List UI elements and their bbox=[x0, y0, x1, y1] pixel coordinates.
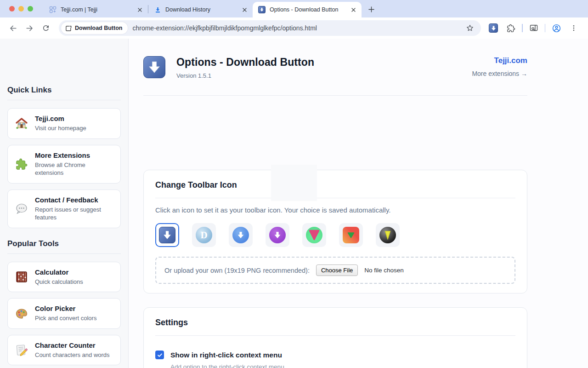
bookmark-star-icon[interactable] bbox=[464, 22, 476, 34]
icon-option-letter-d[interactable]: D bbox=[192, 223, 216, 247]
pinned-download-button-extension[interactable] bbox=[486, 21, 501, 35]
side-panel-search-icon[interactable] bbox=[526, 21, 541, 35]
tab-strip: Tejji.com | Tejji Download History Optio… bbox=[0, 0, 588, 17]
minimize-window-button[interactable] bbox=[18, 6, 24, 12]
options-page: Options - Download Button Version 1.5.1 … bbox=[129, 39, 588, 368]
window-controls bbox=[9, 6, 33, 12]
change-toolbar-icon-card: Change Toolbar Icon Click an icon to set… bbox=[143, 170, 527, 293]
extension-chip-icon bbox=[65, 25, 72, 32]
sidebar-item-title: Character Counter bbox=[35, 341, 110, 349]
ghost-overlay-artifact bbox=[271, 165, 317, 201]
card-title: Settings bbox=[155, 318, 515, 328]
context-menu-checkbox[interactable] bbox=[155, 351, 164, 359]
sidebar-item-character-counter[interactable]: Character Counter Count characters and w… bbox=[7, 335, 121, 366]
new-tab-button[interactable] bbox=[365, 3, 377, 15]
reload-button[interactable] bbox=[39, 21, 53, 35]
sidebar-item-subtitle: Quick calculations bbox=[35, 278, 83, 286]
icon-option-blue-arrow[interactable] bbox=[229, 223, 253, 247]
address-bar[interactable]: Download Button chrome-extension://ekjfk… bbox=[59, 20, 481, 36]
sidebar: Quick Links Tejji.com Visit our homepage… bbox=[0, 39, 129, 368]
tab-options-active[interactable]: Options - Download Button bbox=[253, 2, 362, 17]
divider bbox=[7, 100, 121, 100]
sidebar-item-subtitle: Visit our homepage bbox=[35, 124, 86, 132]
version-label: Version 1.5.1 bbox=[176, 72, 314, 79]
memo-pencil-icon bbox=[15, 344, 28, 356]
page-header: Options - Download Button Version 1.5.1 … bbox=[143, 56, 527, 79]
more-extensions-link[interactable]: More extensions → bbox=[472, 70, 527, 77]
house-icon bbox=[15, 117, 28, 130]
page-title: Options - Download Button bbox=[176, 56, 314, 69]
section-title-quick-links: Quick Links bbox=[7, 86, 121, 95]
sidebar-item-subtitle: Browse all Chrome extensions bbox=[35, 161, 113, 177]
section-title-popular-tools: Popular Tools bbox=[7, 239, 121, 248]
sidebar-item-title: Contact / Feedback bbox=[35, 196, 113, 204]
zoom-window-button[interactable] bbox=[28, 6, 33, 12]
sidebar-item-calculator[interactable]: Calculator Quick calculations bbox=[7, 262, 121, 293]
icon-option-purple-arrow[interactable] bbox=[266, 223, 289, 247]
tab-tejji-home[interactable]: Tejji.com | Tejji bbox=[44, 2, 148, 17]
upload-label: Or upload your own (19x19 PNG recommende… bbox=[164, 267, 310, 274]
icon-option-navy-arrow[interactable] bbox=[155, 223, 179, 247]
toolbar-separator bbox=[545, 24, 546, 32]
divider bbox=[7, 253, 121, 254]
file-status-text: No file chosen bbox=[364, 267, 404, 274]
divider bbox=[155, 335, 515, 336]
sidebar-item-color-picker[interactable]: Color Picker Pick and convert colors bbox=[7, 298, 121, 329]
extension-chip-label: Download Button bbox=[75, 25, 122, 31]
card-title: Change Toolbar Icon bbox=[155, 180, 515, 190]
sidebar-item-contact[interactable]: Contact / Feedback Report issues or sugg… bbox=[7, 190, 121, 228]
checkbox-description: Add option to the right-click context me… bbox=[170, 363, 515, 368]
menu-kebab-icon[interactable] bbox=[566, 21, 581, 35]
forward-button[interactable] bbox=[22, 21, 37, 35]
icon-option-dark-yellow-arrow[interactable] bbox=[376, 223, 400, 247]
sidebar-item-subtitle: Report issues or suggest features bbox=[35, 206, 113, 222]
download-button-extension-icon bbox=[258, 6, 266, 13]
sidebar-item-more-extensions[interactable]: More Extensions Browse all Chrome extens… bbox=[7, 145, 121, 184]
choose-file-button[interactable]: Choose File bbox=[316, 264, 358, 276]
icon-options-row: D bbox=[155, 223, 515, 247]
extensions-puzzle-icon[interactable] bbox=[503, 21, 518, 35]
tab-close-icon[interactable] bbox=[136, 6, 143, 13]
tab-title: Tejji.com | Tejji bbox=[61, 6, 132, 13]
tejji-link[interactable]: Tejji.com bbox=[494, 56, 527, 65]
icon-option-red-square-green-triangle[interactable] bbox=[339, 223, 363, 247]
download-button-app-icon bbox=[143, 56, 165, 78]
profile-avatar-icon[interactable] bbox=[549, 21, 564, 35]
browser-toolbar: Download Button chrome-extension://ekjfk… bbox=[0, 17, 588, 39]
download-tray-icon bbox=[154, 6, 161, 13]
tab-title: Options - Download Button bbox=[270, 6, 345, 13]
tab-close-icon[interactable] bbox=[241, 6, 248, 13]
tab-download-history[interactable]: Download History bbox=[148, 2, 253, 17]
card-description: Click an icon to set it as your toolbar … bbox=[155, 206, 515, 214]
sidebar-item-title: Calculator bbox=[35, 268, 83, 276]
sidebar-item-subtitle: Pick and convert colors bbox=[35, 314, 96, 322]
sidebar-item-title: More Extensions bbox=[35, 151, 113, 159]
divider bbox=[155, 198, 515, 198]
sidebar-item-title: Tejji.com bbox=[35, 115, 86, 122]
grid-apps-icon bbox=[49, 6, 57, 13]
icon-option-pink-triangle[interactable] bbox=[302, 223, 326, 247]
extension-chip[interactable]: Download Button bbox=[61, 22, 128, 34]
header-divider bbox=[143, 95, 527, 96]
abacus-icon bbox=[15, 270, 28, 283]
tab-close-icon[interactable] bbox=[350, 6, 357, 13]
upload-icon-box: Or upload your own (19x19 PNG recommende… bbox=[155, 257, 515, 284]
toolbar-separator bbox=[522, 24, 523, 32]
tab-title: Download History bbox=[165, 6, 237, 13]
speech-bubble-icon bbox=[15, 202, 28, 215]
sidebar-item-subtitle: Count characters and words bbox=[35, 351, 110, 359]
sidebar-item-tejji[interactable]: Tejji.com Visit our homepage bbox=[7, 108, 121, 139]
back-button[interactable] bbox=[6, 21, 20, 35]
puzzle-icon bbox=[15, 158, 28, 171]
checkbox-label: Show in right-click context menu bbox=[170, 351, 282, 359]
settings-card: Settings Show in right-click context men… bbox=[143, 307, 527, 368]
sidebar-item-title: Color Picker bbox=[35, 305, 96, 312]
palette-icon bbox=[15, 307, 28, 320]
close-window-button[interactable] bbox=[9, 6, 15, 12]
url-text: chrome-extension://ekjfkpbjfilbmjldikfpo… bbox=[132, 24, 464, 32]
